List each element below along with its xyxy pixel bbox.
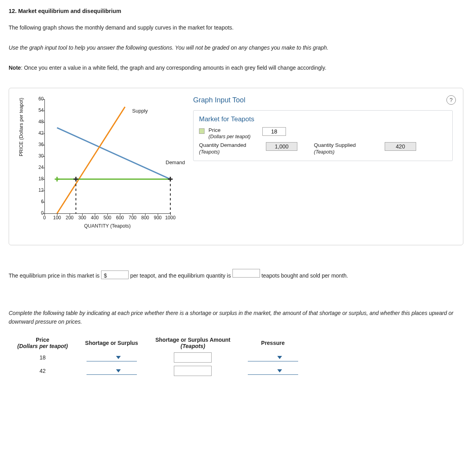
shortage-surplus-dropdown[interactable] (87, 353, 137, 361)
note-text: Note: Once you enter a value in a white … (9, 64, 463, 72)
chevron-down-icon (116, 369, 121, 372)
graph-panel: PRICE (Dollars per teapot) QUANTITY (Tea… (9, 88, 463, 245)
x-tick-label: 600 (113, 215, 127, 220)
qd-output: 1,000 (266, 142, 297, 151)
shortage-surplus-dropdown[interactable] (87, 367, 137, 375)
equilibrium-sentence: The equilibrium price in this market is … (9, 269, 463, 281)
qs-output: 420 (385, 142, 416, 151)
y-tick-label: 6 (32, 199, 44, 204)
svg-line-1 (57, 107, 125, 213)
y-tick-label: 48 (32, 119, 44, 124)
shortage-surplus-table: Price (Dollars per teapot) Shortage or S… (9, 335, 307, 378)
chevron-down-icon (116, 356, 121, 359)
git-title: Graph Input Tool (193, 96, 245, 104)
price-cell: 42 (9, 364, 76, 378)
amount-input[interactable] (174, 352, 212, 363)
y-tick-label: 60 (32, 96, 44, 102)
y-tick-label: 42 (32, 130, 44, 136)
col-shortage-surplus: Shortage or Surplus (76, 335, 147, 351)
x-tick-label: 1000 (164, 215, 177, 220)
instruction-text: Use the graph input tool to help you ans… (9, 44, 328, 51)
qd-label-block: Quantity Demanded (Teapots) (199, 142, 246, 155)
question-title: 12. Market equilibrium and disequilibriu… (9, 8, 463, 14)
price-label-block: Price (Dollars per teapot) (208, 127, 251, 140)
y-axis-label: PRICE (Dollars per teapot) (18, 98, 24, 156)
graph-input-tool: Graph Input Tool ? Market for Teapots Pr… (193, 95, 456, 161)
x-tick-label: 300 (76, 215, 89, 220)
qs-label-block: Quantity Supplied (Teapots) (314, 142, 356, 155)
x-tick-label: 100 (50, 215, 64, 220)
chevron-down-icon (277, 369, 282, 372)
intro-text: The following graph shows the monthly de… (9, 24, 463, 32)
chart-svg[interactable] (44, 99, 170, 213)
x-tick-label: 0 (38, 215, 51, 220)
x-tick-label: 700 (126, 215, 139, 220)
pressure-dropdown[interactable] (248, 367, 298, 375)
table-instructions: Complete the following table by indicati… (9, 309, 463, 326)
price-input[interactable] (262, 127, 286, 136)
table-row: 18 (9, 351, 307, 364)
x-tick-label: 400 (88, 215, 101, 220)
supply-series-label: Supply (132, 108, 148, 114)
pressure-dropdown[interactable] (248, 353, 298, 361)
y-tick-label: 18 (32, 176, 44, 182)
y-tick-label: 36 (32, 142, 44, 147)
demand-series-label: Demand (166, 159, 185, 165)
y-tick-label: 30 (32, 153, 44, 159)
x-tick-label: 500 (101, 215, 114, 220)
eq-price-input[interactable]: $ (101, 270, 129, 279)
price-legend-swatch (199, 128, 205, 134)
svg-line-0 (57, 128, 170, 180)
table-row: 42 (9, 364, 307, 378)
y-tick-label: 54 (32, 107, 44, 113)
y-tick-label: 12 (32, 187, 44, 193)
y-tick-label: 24 (32, 165, 44, 170)
x-tick-label: 900 (151, 215, 164, 220)
col-price: Price (Dollars per teapot) (9, 335, 76, 351)
x-axis-label: QUANTITY (Teapots) (44, 223, 170, 229)
chevron-down-icon (277, 356, 282, 359)
col-amount: Shortage or Surplus Amount (Teapots) (147, 335, 239, 351)
col-pressure: Pressure (239, 335, 307, 351)
chart[interactable]: PRICE (Dollars per teapot) QUANTITY (Tea… (16, 95, 185, 241)
git-subtitle: Market for Teapots (199, 115, 447, 123)
help-icon[interactable]: ? (446, 95, 456, 105)
amount-input[interactable] (174, 366, 212, 376)
x-tick-label: 800 (138, 215, 152, 220)
price-cell: 18 (9, 351, 76, 364)
x-tick-label: 200 (63, 215, 76, 220)
eq-qty-input[interactable] (232, 269, 260, 278)
